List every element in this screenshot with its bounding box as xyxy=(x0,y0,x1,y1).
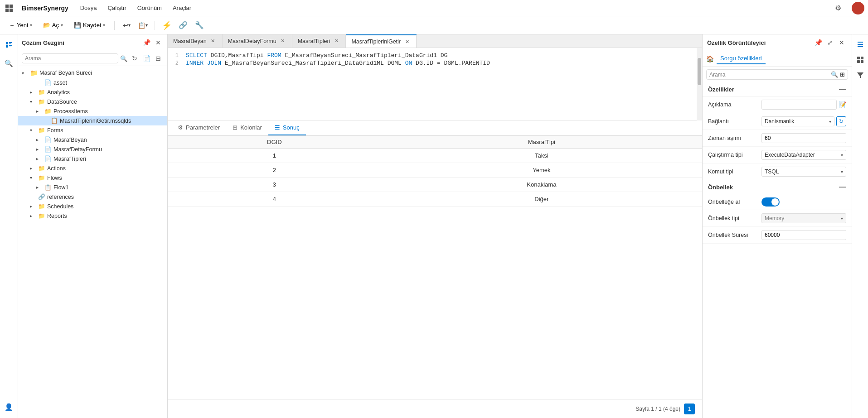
tree-item-datasource[interactable]: ▾ 📁 DataSource xyxy=(18,97,167,106)
tab-active-close[interactable]: ✕ xyxy=(403,38,411,45)
onbellek-collapse-icon[interactable]: — xyxy=(839,183,846,191)
tree-item-actions[interactable]: ▸ 📁 Actions xyxy=(18,163,167,173)
aciklama-input[interactable] xyxy=(761,100,837,110)
tree-item-flows[interactable]: ▾ 📁 Flows xyxy=(18,173,167,183)
tree-root[interactable]: ▾ 📁 Masraf Beyan Sureci xyxy=(18,68,167,78)
explorer-icon[interactable] xyxy=(2,38,16,53)
bottom-panel: ⚙ Parametreler ⊞ Kolonlar ☰ Sonuç DGID xyxy=(168,120,702,418)
open-button[interactable]: 📂 Aç ▾ xyxy=(39,20,67,30)
page-1-button[interactable]: 1 xyxy=(684,404,695,414)
tab-masrafbeyan-close[interactable]: ✕ xyxy=(209,38,217,45)
aciklama-icon-btn[interactable]: 📝 xyxy=(839,101,846,108)
zaman-input[interactable] xyxy=(761,133,846,143)
masrafbeyan-label: MasrafBeyan xyxy=(53,137,164,143)
run-button[interactable]: ⚡ xyxy=(160,19,173,32)
editor-scrollbar-thumb xyxy=(698,58,701,85)
tree-item-processitems[interactable]: ▸ 📁 ProcessItems xyxy=(18,106,167,116)
tab-kolonlar[interactable]: ⊞ Kolonlar xyxy=(226,120,268,135)
rp-pin-icon[interactable]: 📌 xyxy=(813,37,824,48)
baglanti-refresh-icon[interactable]: ↻ xyxy=(836,116,846,126)
rp-grid-icon[interactable]: ⊞ xyxy=(840,71,845,78)
tree-item-references[interactable]: ▸ 🔗 references xyxy=(18,192,167,202)
settings-icon[interactable]: ⚙ xyxy=(832,2,844,14)
baglanti-select[interactable]: Danismanlik ▾ xyxy=(761,116,834,126)
onbellek-al-toggle[interactable] xyxy=(761,197,780,207)
datasource-label: DataSource xyxy=(47,99,164,105)
undo-button[interactable]: ↩ ▾ xyxy=(120,19,133,32)
far-right-filter-icon[interactable] xyxy=(854,69,867,82)
tree-item-masrafdetay[interactable]: ▸ 📄 MasrafDetayFormu xyxy=(18,144,167,154)
md-icon: 📄 xyxy=(44,146,52,153)
onbellek-tipi-label: Önbellek tipi xyxy=(708,215,758,221)
tab-masrafdetay[interactable]: MasrafDetayFormu ✕ xyxy=(223,34,292,48)
onbellek-tipi-select[interactable]: Memory ▾ xyxy=(761,213,846,223)
calistirma-select[interactable]: ExecuteDataAdapter ▾ xyxy=(761,150,846,160)
ozellikler-collapse-icon[interactable]: — xyxy=(839,85,846,93)
editor-scrollbar[interactable] xyxy=(697,48,702,120)
tab-masraftipleri-close[interactable]: ✕ xyxy=(333,38,340,45)
tree-item-schedules[interactable]: ▸ 📁 Schedules xyxy=(18,202,167,211)
menu-calistir[interactable]: Çalıştır xyxy=(103,3,131,13)
baglanti-arrow-icon: ▾ xyxy=(829,119,831,124)
search-panel-icon[interactable]: 🔍 xyxy=(2,56,16,71)
flow1-caret: ▸ xyxy=(36,185,43,190)
tab-masraftipleri[interactable]: MasrafTipleri ✕ xyxy=(292,34,346,48)
se-pin-icon[interactable]: 📌 xyxy=(141,37,152,48)
rp-close-icon[interactable]: ✕ xyxy=(836,37,847,48)
processitems-icon: 📁 xyxy=(44,108,52,115)
user-panel-icon[interactable]: 👤 xyxy=(2,400,16,414)
svg-rect-12 xyxy=(858,46,863,47)
rp-search-input[interactable] xyxy=(709,72,829,78)
tree-item-asset[interactable]: ▸ 📄 asset xyxy=(18,78,167,87)
tab-parametreler[interactable]: ⚙ Parametreler xyxy=(171,120,226,135)
se-refresh-icon[interactable]: ↻ xyxy=(129,53,140,64)
kolonlar-label: Kolonlar xyxy=(240,124,262,131)
rp-maximize-icon[interactable]: ⤢ xyxy=(824,37,835,48)
se-action-buttons: ↻ 📄 ⊟ xyxy=(129,53,164,64)
rp-section-onbellek: Önbellek — xyxy=(703,180,852,194)
se-close-icon[interactable]: ✕ xyxy=(153,37,164,48)
se-search-input[interactable] xyxy=(22,53,118,63)
tree-item-forms[interactable]: ▾ 📁 Forms xyxy=(18,125,167,135)
tab-sonuc[interactable]: ☰ Sonuç xyxy=(268,120,306,135)
table-row: 3 Konaklama xyxy=(168,178,702,192)
reports-caret: ▸ xyxy=(30,213,36,218)
rp-nav-query[interactable]: Sorgu özellikleri xyxy=(717,53,766,64)
se-collapse-icon[interactable]: ⊟ xyxy=(153,53,164,64)
menu-gorunum[interactable]: Görünüm xyxy=(133,3,166,13)
far-right-list-icon[interactable] xyxy=(854,38,867,51)
menu-dosya[interactable]: Dosya xyxy=(76,3,102,13)
code-editor[interactable]: 1 SELECT DGID,MasrafTipi FROM E_MasrafBe… xyxy=(168,48,697,120)
onbellek-suresi-input[interactable] xyxy=(761,230,846,240)
tree-item-analytics[interactable]: ▸ 📁 Analytics xyxy=(18,87,167,97)
se-search-icon[interactable]: 🔍 xyxy=(120,55,127,62)
svg-rect-9 xyxy=(9,47,11,47)
tree-item-masraftipleri[interactable]: ▸ 📄 MasrafTipleri xyxy=(18,154,167,163)
app-grid-icon[interactable] xyxy=(4,3,15,14)
tab-active[interactable]: MasrafTipleriniGetir ✕ xyxy=(346,34,417,48)
svg-rect-16 xyxy=(861,60,863,63)
cell-masraftipi-3: Konaklama xyxy=(381,178,702,192)
tree-item-reports[interactable]: ▸ 📁 Reports xyxy=(18,211,167,221)
far-right-table-icon[interactable] xyxy=(854,53,867,66)
tree-item-masrafbeyan[interactable]: ▸ 📄 MasrafBeyan xyxy=(18,135,167,144)
debug-button[interactable]: 🔗 xyxy=(177,19,189,32)
tab-masrafdetay-close[interactable]: ✕ xyxy=(279,38,286,45)
tab-masrafbeyan[interactable]: MasrafBeyan ✕ xyxy=(168,34,223,48)
se-add-file-icon[interactable]: 📄 xyxy=(141,53,152,64)
save-button[interactable]: 💾 Kaydet ▾ xyxy=(70,20,109,30)
code-editor-container: 1 SELECT DGID,MasrafTipi FROM E_MasrafBe… xyxy=(168,48,702,120)
sched-caret: ▸ xyxy=(30,204,36,209)
rp-search-icon[interactable]: 🔍 xyxy=(831,71,838,78)
komut-select[interactable]: TSQL ▾ xyxy=(761,167,846,177)
menu-araclar[interactable]: Araçlar xyxy=(168,3,196,13)
file-icon: 📋 xyxy=(51,117,58,124)
tree-item-flow1[interactable]: ▸ 📋 Flow1 xyxy=(18,183,167,192)
new-label: Yeni xyxy=(17,22,28,29)
tree-item-selected-file[interactable]: ▸ 📋 MasrafTipleriniGetir.mssqlds xyxy=(18,116,167,125)
settings-toolbar-icon[interactable]: 🔧 xyxy=(193,19,206,32)
new-button[interactable]: ＋ Yeni ▾ xyxy=(5,19,36,31)
user-avatar[interactable] xyxy=(852,2,864,14)
code-line-2: 2 INNER JOIN E_MasrafBeyanSureci_MasrafT… xyxy=(168,59,697,67)
redo-button[interactable]: 📋 ▾ xyxy=(136,19,149,32)
